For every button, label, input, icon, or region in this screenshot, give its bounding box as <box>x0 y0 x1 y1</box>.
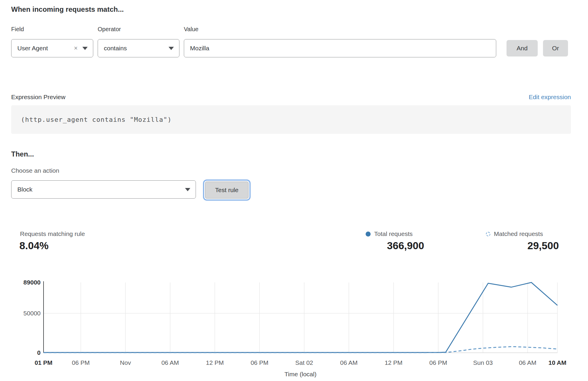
test-rule-button[interactable]: Test rule <box>205 182 249 199</box>
svg-text:06 AM: 06 AM <box>340 359 358 366</box>
field-select-value: User Agent <box>17 45 48 52</box>
expression-code-box: (http.user_agent contains "Mozilla") <box>11 105 571 134</box>
total-requests-label: Total requests <box>374 230 413 237</box>
svg-text:50000: 50000 <box>24 310 41 317</box>
then-heading: Then... <box>11 150 34 158</box>
svg-text:06 PM: 06 PM <box>429 359 447 366</box>
field-label: Field <box>11 26 24 33</box>
chevron-down-icon <box>169 47 174 50</box>
svg-text:0: 0 <box>37 349 41 356</box>
value-input[interactable] <box>184 39 496 57</box>
total-requests-legend: Total requests <box>366 230 413 237</box>
field-select[interactable]: User Agent × <box>11 39 93 57</box>
edit-expression-link[interactable]: Edit expression <box>529 94 571 101</box>
requests-time-series-chart: 0500008900001 PM06 PMNov06 AM12 PM06 PMS… <box>0 273 588 379</box>
matched-requests-value: 29,500 <box>527 240 559 252</box>
chevron-down-icon <box>82 47 88 50</box>
svg-text:Nov: Nov <box>120 359 131 366</box>
svg-text:06 PM: 06 PM <box>251 359 269 366</box>
action-select[interactable]: Block <box>11 180 196 199</box>
matched-requests-circle-icon <box>486 232 490 236</box>
svg-text:06 PM: 06 PM <box>72 359 90 366</box>
or-button[interactable]: Or <box>543 40 568 56</box>
svg-text:06 AM: 06 AM <box>519 359 537 366</box>
expression-preview-label: Expression Preview <box>11 94 65 101</box>
svg-text:Time (local): Time (local) <box>284 371 317 377</box>
matching-rule-value: 8.04% <box>19 240 49 252</box>
and-button[interactable]: And <box>507 40 538 56</box>
choose-action-label: Choose an action <box>11 167 59 174</box>
matching-rule-label: Requests matching rule <box>20 230 85 237</box>
expression-code: (http.user_agent contains "Mozilla") <box>21 116 172 123</box>
action-select-value: Block <box>17 186 32 193</box>
chevron-down-icon <box>185 188 190 191</box>
close-icon[interactable]: × <box>74 45 78 51</box>
total-requests-value: 366,900 <box>387 240 424 252</box>
value-label: Value <box>184 26 199 33</box>
svg-text:Sat 02: Sat 02 <box>295 359 313 366</box>
svg-text:12 PM: 12 PM <box>206 359 224 366</box>
operator-select-value: contains <box>104 45 127 52</box>
svg-text:Sun 03: Sun 03 <box>473 359 493 366</box>
svg-text:01 PM: 01 PM <box>35 359 53 366</box>
svg-text:10 AM: 10 AM <box>548 359 566 366</box>
svg-text:12 PM: 12 PM <box>385 359 403 366</box>
svg-text:06 AM: 06 AM <box>161 359 179 366</box>
svg-text:89000: 89000 <box>24 279 41 286</box>
page-title: When incoming requests match... <box>11 5 124 14</box>
operator-label: Operator <box>98 26 121 33</box>
operator-select[interactable]: contains <box>98 39 179 57</box>
matched-requests-legend: Matched requests <box>486 230 543 237</box>
matched-requests-label: Matched requests <box>494 230 543 237</box>
total-requests-dot-icon <box>366 232 371 237</box>
